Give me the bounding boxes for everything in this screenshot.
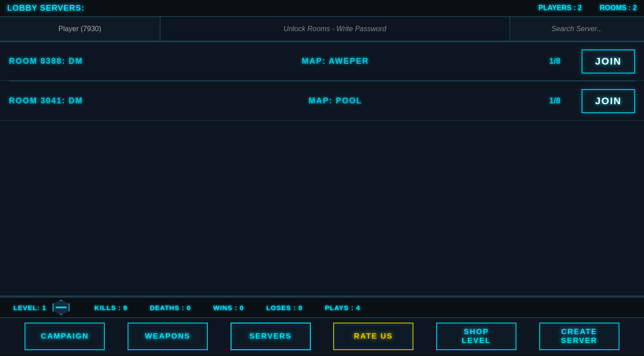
- bottom-nav: CAMPAIGN WEAPONS SERVERS RATE US SHOP LE…: [0, 318, 644, 355]
- rooms-count: ROOMS : 2: [599, 4, 637, 12]
- loses-stat: LOSES : 0: [266, 304, 303, 311]
- loses-label: LOSES : 0: [266, 304, 303, 311]
- room-name-1: ROOM 8388: DM: [9, 57, 134, 66]
- kills-label: KILLS : 9: [95, 304, 128, 311]
- table-row: ROOM 8388: DM MAP: AWEPER 1/8 JOIN: [0, 41, 644, 81]
- level-stat: LEVEL: 1: [13, 300, 72, 315]
- weapons-button[interactable]: WEAPONS: [128, 323, 208, 350]
- players-count: PLAYERS : 2: [538, 4, 582, 12]
- header: LOBBY SERVERS: PLAYERS : 2 ROOMS : 2: [0, 0, 644, 17]
- level-badge-icon: [53, 300, 70, 315]
- header-stats: PLAYERS : 2 ROOMS : 2: [538, 4, 637, 12]
- join-button-2[interactable]: JOIN: [582, 89, 635, 113]
- toolbar: Player (7930) Unlock Rooms - Write Passw…: [0, 17, 644, 41]
- campaign-button[interactable]: CAMPAIGN: [25, 323, 105, 350]
- rooms-list: ROOM 8388: DM MAP: AWEPER 1/8 JOIN ROOM …: [0, 41, 644, 297]
- room-map-2: MAP: POOL: [134, 96, 537, 106]
- player-name: Player (7930): [0, 17, 161, 41]
- wins-label: WINS : 0: [213, 304, 244, 311]
- create-server-button[interactable]: CREATE SERVER: [539, 323, 619, 350]
- search-server-field[interactable]: Search Server...: [510, 17, 644, 41]
- join-button-1[interactable]: JOIN: [582, 49, 635, 74]
- servers-button[interactable]: SERVERS: [231, 323, 311, 350]
- level-label: LEVEL: 1: [13, 304, 46, 311]
- plays-stat: PLAYS : 4: [325, 304, 360, 311]
- kills-stat: KILLS : 9: [95, 304, 128, 311]
- room-players-1: 1/8: [537, 57, 573, 66]
- unlock-rooms-field[interactable]: Unlock Rooms - Write Password: [161, 17, 510, 41]
- lobby-servers-title: LOBBY SERVERS:: [7, 4, 84, 13]
- stats-bar: LEVEL: 1 KILLS : 9 DEATHS : 0 WINS : 0 L…: [0, 297, 644, 318]
- room-players-2: 1/8: [537, 96, 573, 106]
- table-row: ROOM 3041: DM MAP: POOL 1/8 JOIN: [0, 82, 644, 121]
- room-name-2: ROOM 3041: DM: [9, 96, 134, 106]
- deaths-label: DEATHS : 0: [150, 304, 191, 311]
- deaths-stat: DEATHS : 0: [150, 304, 191, 311]
- plays-label: PLAYS : 4: [325, 304, 360, 311]
- rate-us-button[interactable]: RATE US: [333, 323, 413, 350]
- room-map-1: MAP: AWEPER: [134, 57, 537, 66]
- wins-stat: WINS : 0: [213, 304, 244, 311]
- shop-level-button[interactable]: SHOP LEVEL: [436, 323, 516, 350]
